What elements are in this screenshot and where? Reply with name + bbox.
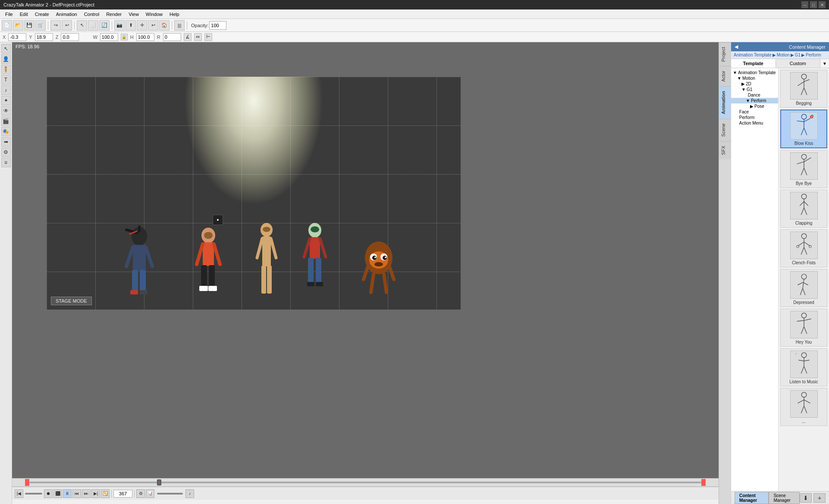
align-btn[interactable]: ⊢ [204, 33, 212, 41]
side-tab-actor[interactable]: Actor [719, 66, 731, 86]
tree-perform[interactable]: ▼Perform [731, 98, 778, 103]
menu-window[interactable]: Window [142, 11, 166, 18]
lt-gear[interactable]: ⚙ [1, 147, 11, 157]
lt-eye[interactable]: 👁 [1, 106, 11, 116]
cm-tab-template[interactable]: Template [731, 59, 776, 68]
anim-clapping[interactable]: Clapping [780, 190, 827, 228]
lt-effect[interactable]: ✦ [1, 96, 11, 105]
toolbar-camera[interactable]: 📷 [114, 20, 125, 31]
toolbar-extra[interactable]: ||| [174, 20, 185, 31]
anim-listen-to-music[interactable]: ♪ Listen to Music [780, 348, 827, 386]
w-input[interactable] [100, 33, 118, 41]
cm-bottom-scene-manager[interactable]: Scene Manager [769, 492, 800, 504]
opacity-input[interactable] [209, 21, 226, 30]
view-btn[interactable]: 📊 [146, 489, 154, 498]
menu-control[interactable]: Control [81, 11, 103, 18]
cm-dropdown-arrow[interactable]: ▼ [820, 59, 829, 68]
breadcrumb-perform[interactable]: Perform [806, 53, 821, 57]
side-tab-scene[interactable]: Scene [719, 119, 731, 141]
h-input[interactable] [136, 33, 154, 41]
toolbar-open[interactable]: 📂 [13, 20, 23, 31]
play-to-start[interactable]: |◀ [15, 489, 23, 498]
toolbar-undo[interactable]: ↩ [148, 20, 158, 31]
anim-extra[interactable]: ... [780, 388, 827, 426]
toolbar-home[interactable]: 🏠 [159, 20, 170, 31]
anim-hey-you[interactable]: Hey You [780, 309, 827, 347]
minimize-button[interactable]: – [801, 1, 808, 8]
lock-btn[interactable]: 🔒 [121, 34, 128, 41]
loop-btn[interactable]: 🔁 [101, 489, 110, 498]
character-5[interactable] [361, 236, 396, 301]
angle-btn[interactable]: ∡ [184, 33, 192, 41]
flip-btn[interactable]: ⇔ [194, 33, 202, 41]
timeline-scrub[interactable]: ◀ ▶ [12, 478, 719, 487]
x-input[interactable] [8, 33, 26, 41]
tree-animation-template[interactable]: ▼Animation Template [731, 70, 778, 75]
menu-render[interactable]: Render [103, 11, 125, 18]
breadcrumb-motion[interactable]: Motion [777, 53, 790, 57]
stage[interactable]: STAGE MODE [47, 77, 461, 310]
menu-view[interactable]: View [125, 11, 142, 18]
canvas-area[interactable]: FPS: 18.96 [12, 42, 719, 478]
side-tab-sfx[interactable]: SFX [719, 141, 731, 159]
tree-perform2[interactable]: Perform [731, 115, 778, 120]
menu-animation[interactable]: Animation [53, 11, 81, 18]
tree-g1[interactable]: ▼G1 [731, 87, 778, 92]
toolbar-save[interactable]: 💾 [24, 20, 35, 31]
stage-mode-button[interactable]: STAGE MODE [51, 297, 92, 305]
anim-begging[interactable]: Begging [780, 70, 827, 108]
maximize-button[interactable]: □ [810, 1, 817, 8]
lt-body[interactable]: 🧍 [1, 65, 11, 74]
menu-edit[interactable]: Edit [16, 11, 31, 18]
scrub-start[interactable]: ◀ [25, 479, 29, 486]
lt-text[interactable]: T [1, 75, 11, 85]
menu-create[interactable]: Create [31, 11, 53, 18]
cm-bottom-content-manager[interactable]: Content Manager [735, 492, 769, 504]
side-tab-project[interactable]: Project [719, 42, 731, 66]
settings-btn[interactable]: ⚙ [136, 489, 145, 498]
r-input[interactable] [163, 33, 181, 41]
lt-music[interactable]: ♪ [1, 85, 11, 95]
side-tab-animation[interactable]: Animation [719, 86, 731, 119]
tree-dance[interactable]: Dance [731, 92, 778, 98]
character-4[interactable] [301, 219, 329, 301]
lt-motion[interactable]: ➡ [1, 137, 11, 147]
close-button[interactable]: ✕ [819, 1, 826, 8]
speed-slider[interactable] [25, 493, 42, 495]
lt-select[interactable]: ↖ [1, 44, 11, 53]
menu-help[interactable]: Help [166, 11, 183, 18]
toolbar-center[interactable]: ✛ [137, 20, 147, 31]
lt-puppet[interactable]: 🎭 [1, 127, 11, 136]
record-btn[interactable]: ⏺ [44, 489, 53, 498]
cm-download-btn[interactable]: ⬇ [800, 493, 812, 503]
character-3[interactable] [254, 219, 279, 305]
cm-back-arrow[interactable]: ◀ [735, 44, 738, 50]
zoom-slider[interactable] [157, 493, 183, 495]
tree-face[interactable]: Face [731, 109, 778, 115]
breadcrumb-g1[interactable]: G1 [795, 53, 801, 57]
play-pause-btn[interactable]: ⏸ [63, 489, 72, 498]
toolbar-import[interactable]: ↪ [50, 20, 61, 31]
next-frame-btn[interactable]: ⏭ [82, 489, 91, 498]
character-2[interactable] [193, 223, 223, 301]
toolbar-new[interactable]: 📄 [2, 20, 12, 31]
frame-counter[interactable]: 367 [113, 490, 132, 498]
menu-file[interactable]: File [2, 11, 16, 18]
tree-motion[interactable]: ▼Motion [731, 75, 778, 81]
toolbar-export[interactable]: ↩ [62, 20, 72, 31]
anim-clench-fists[interactable]: Clench Fists [780, 229, 827, 267]
scrub-thumb[interactable] [157, 479, 161, 485]
lt-person[interactable]: 👤 [1, 54, 11, 64]
cm-tab-custom[interactable]: Custom [776, 59, 821, 68]
tree-action-menu[interactable]: Action Menu [731, 120, 778, 126]
toolbar-transform[interactable]: ⬜ [88, 20, 98, 31]
lt-layers[interactable]: ≡ [1, 158, 11, 167]
cm-add-btn[interactable]: + [813, 493, 826, 503]
toolbar-move-up[interactable]: ⬆ [126, 20, 136, 31]
character-1[interactable] [124, 223, 154, 301]
z-input[interactable] [61, 33, 79, 41]
y-input[interactable] [35, 33, 53, 41]
tree-2d[interactable]: ▶2D [731, 81, 778, 87]
anim-bye-bye[interactable]: Bye Bye [780, 150, 827, 188]
toolbar-cart[interactable]: 🛒 [35, 20, 46, 31]
